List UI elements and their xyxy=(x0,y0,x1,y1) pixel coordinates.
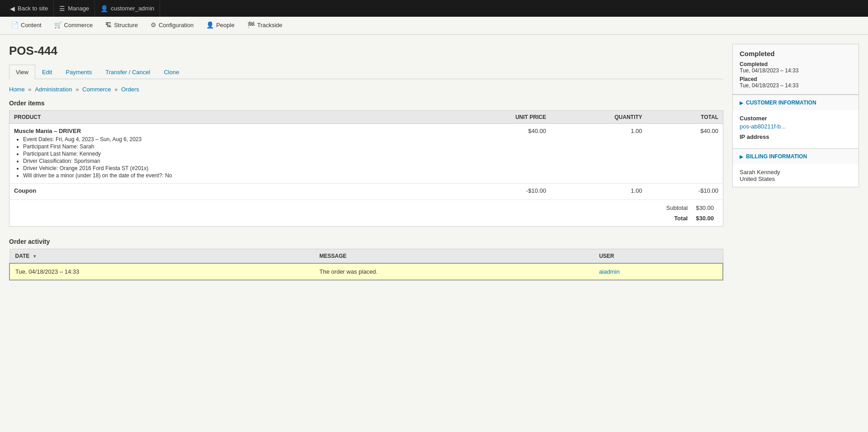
completed-value: Tue, 04/18/2023 – 14:33 xyxy=(740,67,852,74)
col-quantity: QUANTITY xyxy=(551,111,647,124)
product-name: Muscle Mania – DRIVER xyxy=(14,128,442,134)
people-icon: 👤 xyxy=(206,21,214,28)
subtotal-value: $30.00 xyxy=(692,203,717,213)
product-total: $40.00 xyxy=(647,124,723,184)
tab-transfer-cancel[interactable]: Transfer / Cancel xyxy=(99,65,157,79)
tab-payments[interactable]: Payments xyxy=(59,65,99,79)
activity-message: The order was placed. xyxy=(314,263,594,280)
content-icon: 📄 xyxy=(11,21,19,28)
breadcrumb-home[interactable]: Home xyxy=(9,86,25,93)
tab-view[interactable]: View xyxy=(9,65,35,79)
coupon-name: Coupon xyxy=(14,187,442,194)
billing-info-body: Sarah Kennedy United States xyxy=(733,164,859,187)
activity-user-link[interactable]: aiadmin xyxy=(599,268,620,275)
billing-info-section: ▶ BILLING INFORMATION Sarah Kennedy Unit… xyxy=(733,148,859,187)
customer-info-header[interactable]: ▶ CUSTOMER INFORMATION xyxy=(733,95,859,110)
customer-label: Customer xyxy=(740,115,852,122)
col-product: PRODUCT xyxy=(9,111,447,124)
order-items-title: Order items xyxy=(9,100,723,107)
placed-value: Tue, 04/18/2023 – 14:33 xyxy=(740,82,852,89)
nav-item-commerce[interactable]: 🛒 Commerce xyxy=(48,17,99,34)
nav-item-structure[interactable]: 🏗 Structure xyxy=(99,17,144,34)
billing-name: Sarah Kennedy xyxy=(740,169,852,176)
order-items-table: PRODUCT UNIT PRICE QUANTITY TOTAL Muscle… xyxy=(9,110,723,200)
back-to-site-button[interactable]: ◀ Back to site xyxy=(5,0,54,17)
order-activity-table: DATE ▼ MESSAGE USER Tue, 04/18/2023 – 14… xyxy=(9,249,723,280)
order-items-section: Order items PRODUCT UNIT PRICE QUANTITY … xyxy=(9,100,723,227)
back-arrow-icon: ◀ xyxy=(10,5,15,12)
product-cell: Muscle Mania – DRIVER Event Dates: Fri, … xyxy=(9,124,447,184)
breadcrumb-administration[interactable]: Administration xyxy=(35,86,72,93)
breadcrumb-orders[interactable]: Orders xyxy=(121,86,139,93)
expand-billing-icon: ▶ xyxy=(740,154,743,159)
order-row-product: Muscle Mania – DRIVER Event Dates: Fri, … xyxy=(9,124,723,184)
col-user: USER xyxy=(594,249,723,264)
user-icon: 👤 xyxy=(100,5,108,12)
page-title: POS-444 xyxy=(9,44,723,58)
placed-label: Placed xyxy=(740,76,852,82)
tab-clone[interactable]: Clone xyxy=(157,65,186,79)
detail-first-name: Participant First Name: Sarah xyxy=(23,143,442,150)
col-total: TOTAL xyxy=(647,111,723,124)
totals-section: Subtotal $30.00 Total $30.00 xyxy=(9,200,723,227)
customer-value: pos-ab80211f-b... xyxy=(740,123,852,130)
configuration-icon: ⚙ xyxy=(151,21,156,28)
user-account-button[interactable]: 👤 customer_admin xyxy=(95,0,160,17)
detail-event-dates: Event Dates: Fri, Aug 4, 2023 – Sun, Aug… xyxy=(23,136,442,142)
commerce-icon: 🛒 xyxy=(54,21,62,28)
coupon-unit-price: -$10.00 xyxy=(447,184,551,200)
coupon-total: -$10.00 xyxy=(647,184,723,200)
coupon-quantity: 1.00 xyxy=(551,184,647,200)
subtotal-row: Subtotal $30.00 xyxy=(663,203,717,213)
tab-edit[interactable]: Edit xyxy=(35,65,59,79)
status-label: Completed xyxy=(740,50,852,57)
breadcrumb: Home » Administration » Commerce » Order… xyxy=(9,86,723,93)
nav-item-configuration[interactable]: ⚙ Configuration xyxy=(144,17,200,34)
page-tabs: View Edit Payments Transfer / Cancel Clo… xyxy=(9,65,723,79)
col-unit-price: UNIT PRICE xyxy=(447,111,551,124)
coupon-cell: Coupon xyxy=(9,184,447,200)
detail-vehicle: Driver Vehicle: Orange 2016 Ford Fiesta … xyxy=(23,165,442,171)
billing-info-header[interactable]: ▶ BILLING INFORMATION xyxy=(733,149,859,164)
activity-date: Tue, 04/18/2023 – 14:33 xyxy=(9,263,314,280)
manage-button[interactable]: ☰ Manage xyxy=(54,0,95,17)
status-section: Completed Completed Tue, 04/18/2023 – 14… xyxy=(733,44,859,95)
customer-info-section: ▶ CUSTOMER INFORMATION Customer pos-ab80… xyxy=(733,95,859,148)
breadcrumb-commerce[interactable]: Commerce xyxy=(82,86,111,93)
total-row: Total $30.00 xyxy=(663,214,717,223)
nav-item-trackside[interactable]: 🏁 Trackside xyxy=(241,17,289,34)
order-activity-title: Order activity xyxy=(9,238,723,245)
detail-last-name: Participant Last Name: Kennedy xyxy=(23,151,442,157)
nav-item-people[interactable]: 👤 People xyxy=(200,17,241,34)
status-placed: Placed Tue, 04/18/2023 – 14:33 xyxy=(740,76,852,89)
order-row-coupon: Coupon -$10.00 1.00 -$10.00 xyxy=(9,184,723,200)
expand-icon: ▶ xyxy=(740,100,743,105)
main-nav: 📄 Content 🛒 Commerce 🏗 Structure ⚙ Confi… xyxy=(0,17,868,35)
ip-address-label: IP address xyxy=(740,133,852,140)
status-completed: Completed Tue, 04/18/2023 – 14:33 xyxy=(740,61,852,74)
structure-icon: 🏗 xyxy=(105,21,112,28)
page-content: POS-444 View Edit Payments Transfer / Ca… xyxy=(0,35,868,290)
detail-minor: Will driver be a minor (under 18) on the… xyxy=(23,172,442,179)
billing-country: United States xyxy=(740,176,852,182)
sort-arrow-icon: ▼ xyxy=(33,254,37,259)
customer-link[interactable]: pos-ab80211f-b... xyxy=(740,123,786,130)
total-value: $30.00 xyxy=(692,214,717,223)
activity-row: Tue, 04/18/2023 – 14:33 The order was pl… xyxy=(9,263,723,280)
main-area: POS-444 View Edit Payments Transfer / Ca… xyxy=(9,44,723,280)
activity-user: aiadmin xyxy=(594,263,723,280)
sidebar: Completed Completed Tue, 04/18/2023 – 14… xyxy=(732,44,859,187)
product-details-list: Event Dates: Fri, Aug 4, 2023 – Sun, Aug… xyxy=(14,136,442,179)
customer-info-label: CUSTOMER INFORMATION xyxy=(746,100,816,106)
subtotal-label: Subtotal xyxy=(663,203,692,213)
admin-bar: ◀ Back to site ☰ Manage 👤 customer_admin xyxy=(0,0,868,17)
menu-icon: ☰ xyxy=(59,5,65,12)
completed-label: Completed xyxy=(740,61,852,67)
col-date[interactable]: DATE ▼ xyxy=(9,249,314,264)
product-unit-price: $40.00 xyxy=(447,124,551,184)
product-quantity: 1.00 xyxy=(551,124,647,184)
nav-item-content[interactable]: 📄 Content xyxy=(5,17,48,34)
detail-classification: Driver Classification: Sportsman xyxy=(23,158,442,164)
order-activity-section: Order activity DATE ▼ MESSAGE USER Tue, … xyxy=(9,238,723,280)
billing-info-label: BILLING INFORMATION xyxy=(746,153,807,160)
